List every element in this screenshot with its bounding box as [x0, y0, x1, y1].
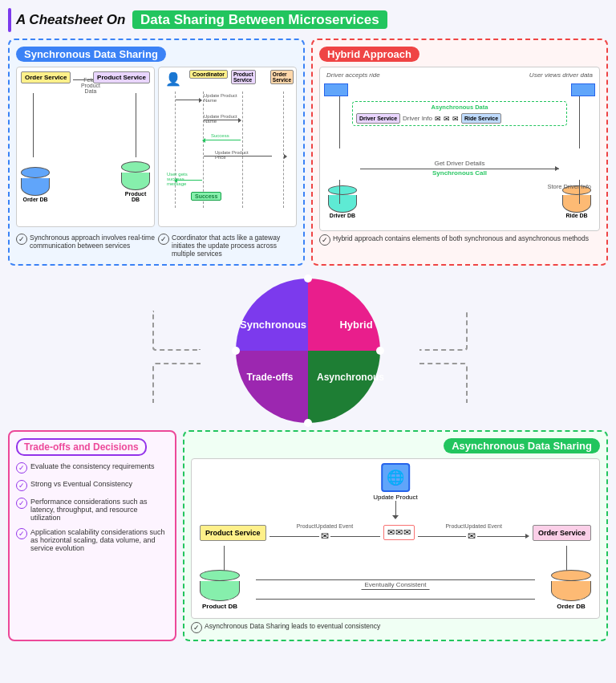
ride-service-box: Ride Service — [461, 113, 501, 124]
async-product-db: Product DB — [200, 570, 240, 610]
sync-title: Synchronous Data Sharing — [16, 47, 166, 62]
pie-tradeoffs-label: Trade-offs — [236, 372, 304, 383]
pie-async-label: Asynchronous — [314, 372, 387, 383]
hybrid-section: Hybrid Approach Driver accepts ride User… — [311, 39, 608, 266]
eventually-consistent-label: Eventually Consistent — [362, 579, 430, 590]
person-icon: 👤 — [165, 71, 181, 87]
hybrid-note: ✓ Hybrid approach contains elements of b… — [319, 234, 600, 246]
product-updated-event1: ProductUpdated Event — [297, 523, 353, 529]
tradeoff-item-4: ✓ Application scalability considerations… — [16, 528, 168, 552]
page-title: A Cheatsheet On Data Sharing Between Mic… — [16, 12, 387, 28]
async-data-label: Asynchronous Data — [356, 104, 563, 111]
async-title: Asynchronous Data Sharing — [444, 438, 600, 453]
product-down-line — [136, 93, 136, 157]
coordinator-order-box: OrderService — [270, 70, 294, 84]
coord-line — [203, 91, 204, 208]
tradeoff-item-2: ✓ Strong vs Eventual Consistency — [16, 480, 168, 491]
order-down-line — [33, 93, 34, 157]
get-driver-details: Get Driver Details — [360, 160, 559, 167]
driver-info-label: Driver Info — [403, 115, 432, 122]
sync-note1: ✓ Synchronous approach involves real-tim… — [16, 234, 155, 258]
driver-service-box: Driver Service — [356, 113, 400, 124]
tradeoff-item-1: ✓ Evaluate the consistency requirements — [16, 462, 168, 474]
title-highlight: Data Sharing Between Microservices — [132, 10, 387, 29]
pie-sync-label: Synchronous — [240, 319, 304, 331]
async-note: ✓ Asynchronous Data Sharing leads to eve… — [191, 622, 600, 633]
sync-call-label: Synchronous Call — [360, 169, 559, 177]
order-line — [283, 91, 284, 208]
driver-accepts: Driver accepts ride — [326, 71, 380, 79]
pie-hybrid-label: Hybrid — [328, 319, 384, 331]
sync-note2: ✓ Coordinator that acts like a gateway i… — [158, 234, 297, 258]
sync-section: Synchronous Data Sharing Order Service F… — [8, 39, 305, 266]
message-queue: ✉ ✉ ✉ — [383, 525, 415, 540]
pie-chart: Synchronous Hybrid Trade-offs Asynchrono… — [228, 270, 388, 423]
person-line — [175, 91, 176, 208]
hybrid-title: Hybrid Approach — [319, 47, 419, 62]
svg-point-0 — [304, 274, 312, 283]
tradeoffs-title: Trade-offs and Decisions — [16, 438, 147, 456]
product-db: ProductDB — [121, 161, 150, 202]
tradeoff-item-3: ✓ Performance considerations such as lat… — [16, 498, 168, 522]
driver-db: Driver DB — [328, 185, 357, 218]
user-views: User views driver data — [529, 71, 593, 79]
globe-icon: 🌐 — [381, 463, 410, 492]
async-order-service: Order Service — [533, 525, 591, 541]
svg-point-1 — [376, 347, 384, 355]
product-service-box: Product Service — [93, 71, 150, 83]
async-order-db: Order DB — [551, 570, 591, 610]
coordinator-box: Coordinator — [189, 70, 228, 79]
success-badge: Success — [191, 192, 221, 201]
ride-db: Ride DB — [562, 185, 591, 218]
order-db: Order DB — [21, 167, 50, 202]
order-service-box: Order Service — [21, 71, 71, 83]
svg-point-2 — [304, 419, 312, 427]
tradeoffs-section: Trade-offs and Decisions ✓ Evaluate the … — [8, 430, 176, 641]
product-updated-event2: ProductUpdated Event — [445, 523, 501, 529]
svg-point-3 — [232, 347, 240, 355]
async-product-service: Product Service — [200, 525, 266, 541]
update-product-label: Update Product — [373, 494, 418, 501]
coordinator-product-box: ProductService — [231, 70, 256, 84]
store-driver-info: Store Driver Info — [547, 183, 591, 190]
async-section: Asynchronous Data Sharing 🌐 Update Produ… — [183, 430, 608, 641]
